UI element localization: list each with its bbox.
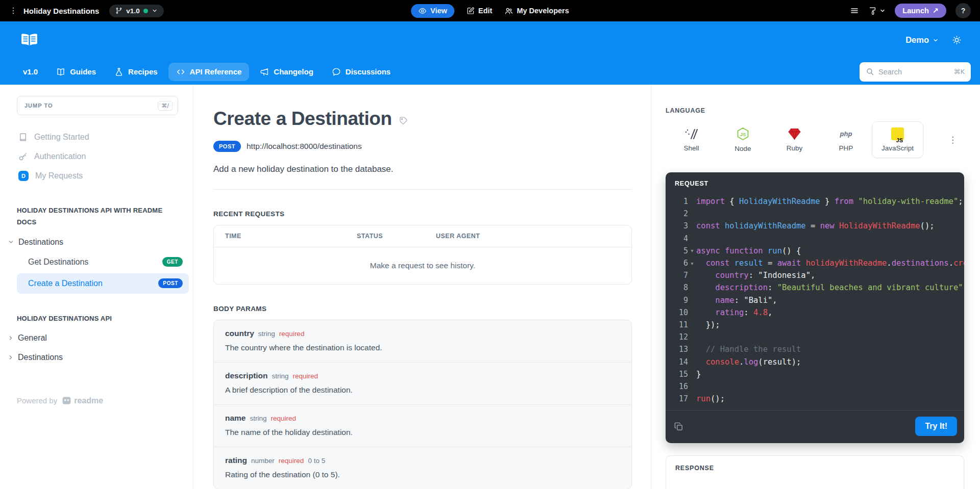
search-box[interactable]: ⌘K (860, 62, 971, 82)
people-icon (504, 7, 513, 15)
edit-button[interactable]: Edit (467, 7, 492, 15)
theme-picker[interactable] (868, 7, 886, 15)
powered-by-readme[interactable]: Powered by readme (17, 396, 193, 405)
language-label: PHP (839, 144, 853, 152)
recent-requests-heading: RECENT REQUESTS (213, 210, 632, 218)
param-type: string (272, 372, 289, 380)
eye-icon (418, 7, 427, 15)
sidebar-group-label: General (18, 333, 47, 343)
javascript-icon: JS (891, 127, 904, 140)
code-text: run(); (696, 394, 725, 403)
language-label: Shell (683, 144, 699, 152)
nav-tabs: v1.0GuidesRecipesAPI ReferenceChangelogD… (15, 63, 398, 81)
code-line-12: 12 (666, 331, 964, 343)
search-input[interactable] (878, 68, 949, 76)
column-header-time: TIME (214, 225, 357, 247)
sidebar-group-general[interactable]: General (0, 328, 193, 348)
fold-arrow-icon[interactable]: ▾ (688, 261, 696, 266)
recent-requests-empty: Make a request to see history. (214, 247, 631, 284)
language-label: JavaScript (881, 144, 914, 152)
code-text: name: "Bali", (696, 296, 777, 305)
demo-label: Demo (905, 35, 929, 45)
sidebar-quick-links: Getting StartedAuthenticationDMy Request… (0, 127, 193, 186)
sidebar-page-create-a-destination[interactable]: Create a DestinationPOST (17, 273, 189, 294)
help-button[interactable]: ? (955, 3, 971, 18)
version-selector[interactable]: v1.0 (109, 5, 163, 17)
language-php[interactable]: phpPHP (820, 121, 872, 158)
language-shell[interactable]: Shell (666, 121, 717, 158)
demo-user-menu[interactable]: Demo (905, 35, 939, 45)
code-text: const result = await holidayWithReadme.d… (696, 259, 964, 268)
line-number: 9 (666, 296, 688, 305)
d-badge: D (18, 171, 29, 181)
line-number: 10 (666, 308, 688, 317)
language-ruby[interactable]: Ruby (769, 121, 820, 158)
copy-icon[interactable] (674, 422, 683, 431)
search-icon (866, 67, 874, 76)
param-row-rating: rating number required 0 to 5 Rating of … (214, 447, 631, 489)
sidebar-item-getting-started[interactable]: Getting Started (0, 127, 193, 147)
request-footer: Try It! (666, 410, 964, 443)
param-row-country: country string required The country wher… (214, 320, 631, 362)
line-number: 5 (666, 246, 688, 255)
version-status-dot (143, 9, 148, 13)
sidebar-item-label: Authentication (34, 152, 86, 161)
code-line-17: 17run(); (666, 393, 964, 405)
tab-changelog[interactable]: Changelog (252, 63, 321, 81)
chevron-right-icon (8, 354, 14, 361)
line-number: 16 (666, 382, 688, 391)
code-line-11: 11 }); (666, 319, 964, 331)
sidebar-item-authentication[interactable]: Authentication (0, 147, 193, 166)
language-node[interactable]: JSNode (717, 121, 769, 158)
sidebar-section-title: HOLIDAY DESTINATIONS API (17, 313, 178, 325)
view-button[interactable]: View (411, 4, 454, 18)
project-menu-icon[interactable]: ⋮ (9, 7, 17, 15)
powered-by-label: Powered by (17, 396, 57, 405)
tab-v1-0[interactable]: v1.0 (15, 63, 45, 81)
line-number: 3 (666, 221, 688, 230)
project-title: Holiday Destinations (23, 7, 99, 15)
my-developers-button[interactable]: My Developers (504, 7, 569, 15)
sidebar-page-get-destinations[interactable]: Get DestinationsGET (17, 252, 189, 272)
code-line-14: 14 console.log(result); (666, 355, 964, 368)
language-javascript[interactable]: JSJavaScript (872, 121, 923, 158)
line-number: 13 (666, 345, 688, 354)
language-row: ShellJSNodeRubyphpPHPJSJavaScript⋮ (666, 121, 964, 158)
launch-button[interactable]: Launch ↗ (895, 4, 946, 18)
divider (213, 189, 632, 190)
sidebar-item-my-requests[interactable]: DMy Requests (0, 166, 193, 186)
request-panel: REQUEST 1import { HolidayWithReadme } fr… (666, 172, 964, 443)
tab-discussions[interactable]: Discussions (324, 63, 398, 81)
sidebar: JUMP TO ⌘/ Getting StartedAuthentication… (0, 85, 193, 489)
hamburger-menu-icon[interactable] (850, 6, 859, 15)
jump-to-button[interactable]: JUMP TO ⌘/ (17, 96, 178, 115)
tab-guides[interactable]: Guides (48, 63, 104, 81)
view-label: View (430, 7, 447, 15)
tag-icon[interactable] (399, 116, 408, 125)
param-required: required (279, 457, 304, 465)
method-badge-get: GET (162, 257, 183, 267)
readme-book-logo[interactable] (20, 33, 38, 47)
param-required: required (293, 372, 318, 380)
line-number: 7 (666, 271, 688, 280)
code-line-7: 7 country: "Indonesia", (666, 269, 964, 281)
ruby-icon (788, 128, 801, 140)
param-type: string (250, 415, 267, 422)
code-line-1: 1import { HolidayWithReadme } from "holi… (666, 195, 964, 208)
param-name: rating (225, 456, 247, 465)
chevron-down-icon (879, 8, 886, 14)
sidebar-group-destinations[interactable]: Destinations (0, 233, 193, 252)
sidebar-group-destinations[interactable]: Destinations (0, 348, 193, 367)
tab-recipes[interactable]: Recipes (107, 63, 165, 81)
request-heading: REQUEST (666, 172, 964, 191)
tab-api-reference[interactable]: API Reference (168, 63, 250, 81)
fold-arrow-icon[interactable]: ▾ (688, 248, 696, 253)
try-it-panel: LANGUAGE ShellJSNodeRubyphpPHPJSJavaScri… (651, 85, 980, 489)
param-name: country (225, 329, 254, 338)
line-number: 17 (666, 394, 688, 403)
try-it-button[interactable]: Try It! (915, 417, 957, 436)
param-range: 0 to 5 (308, 457, 325, 465)
theme-sun-icon[interactable] (952, 35, 962, 45)
megaphone-icon (260, 67, 269, 76)
language-more-menu-icon[interactable]: ⋮ (948, 135, 957, 145)
